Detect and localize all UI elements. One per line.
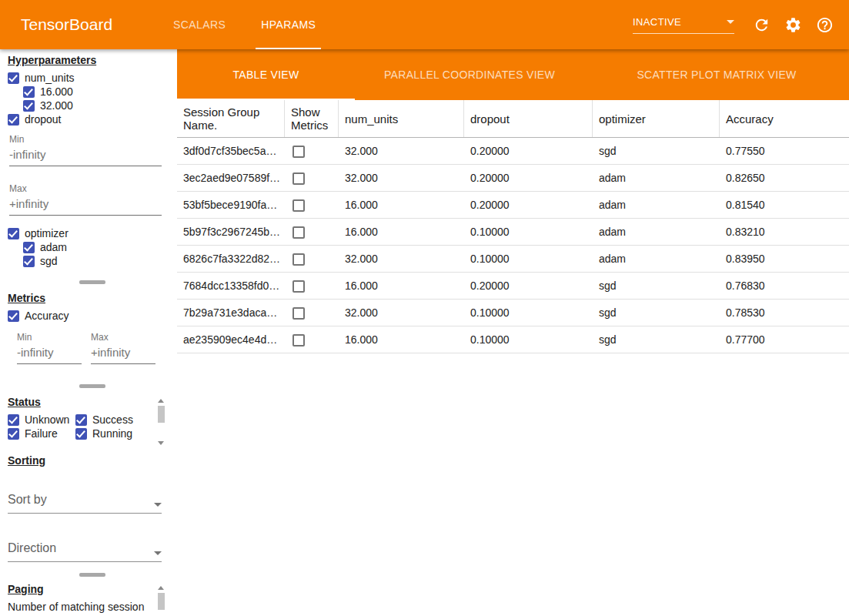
paging-scrollbar[interactable] — [157, 586, 165, 616]
paging-section: Paging Number of matching session groups… — [8, 583, 177, 616]
accuracy-max-field: Max — [91, 332, 155, 364]
adam-label: adam — [40, 241, 67, 253]
show-metrics-checkbox[interactable] — [292, 199, 305, 212]
accuracy-min-label: Min — [17, 332, 82, 343]
reload-status-select[interactable]: INACTIVE — [633, 16, 734, 34]
app-title: TensorBoard — [21, 15, 112, 34]
value-16-checkbox[interactable] — [23, 86, 35, 98]
metrics-section: Metrics Accuracy Min Max — [8, 292, 177, 364]
status-row-success[interactable]: Success — [75, 413, 152, 427]
table-row: 3ec2aed9e07589f…32.0000.20000adam0.82650 — [177, 165, 849, 192]
accuracy-cell: 0.77550 — [720, 145, 849, 157]
direction-select[interactable]: Direction — [8, 541, 162, 562]
tab-parallel-coordinates-view[interactable]: PARALLEL COORDINATES VIEW — [355, 49, 584, 100]
hyperparameters-section: Hyperparameters num_units 16.000 32.000 … — [8, 54, 177, 268]
session-group-name-cell: 53bf5bece9190fa… — [177, 199, 285, 211]
show-metrics-checkbox[interactable] — [292, 146, 305, 158]
dropout-cell: 0.10000 — [464, 333, 593, 346]
help-icon[interactable] — [815, 15, 834, 34]
dropout-min-label: Min — [9, 134, 162, 145]
section-resize-handle[interactable] — [8, 573, 177, 577]
scrollbar-thumb[interactable] — [158, 406, 165, 423]
accuracy-cell: 0.77700 — [720, 333, 849, 346]
section-resize-handle[interactable] — [8, 280, 177, 284]
show-metrics-checkbox[interactable] — [292, 334, 305, 346]
show-metrics-cell — [285, 252, 339, 265]
num-units-cell: 32.000 — [339, 172, 464, 184]
scrollbar-thumb[interactable] — [158, 593, 165, 610]
tab-scatter-plot-matrix-view[interactable]: SCATTER PLOT MATRIX VIEW — [584, 49, 849, 100]
hparam-value-row-16[interactable]: 16.000 — [23, 85, 177, 99]
tab-table-view[interactable]: TABLE VIEW — [177, 49, 355, 100]
dropout-max-input[interactable] — [9, 196, 162, 216]
show-metrics-checkbox[interactable] — [292, 307, 305, 320]
refresh-icon[interactable] — [752, 15, 770, 34]
optimizer-group: optimizer adam sgd — [8, 226, 177, 268]
accuracy-label: Accuracy — [25, 310, 69, 322]
table-body: 3df0d7cf35bec5a…32.0000.20000sgd0.775503… — [177, 138, 849, 353]
tab-hparams[interactable]: HPARAMS — [243, 0, 333, 49]
hparam-value-row-32[interactable]: 32.000 — [23, 99, 177, 112]
hparam-row-num-units[interactable]: num_units — [8, 71, 177, 85]
session-group-name-cell: 3df0d7cf35bec5a… — [177, 145, 285, 157]
hyperparameters-heading: Hyperparameters — [8, 54, 177, 66]
gear-icon[interactable] — [784, 15, 802, 34]
dropout-cell: 0.20000 — [464, 172, 593, 184]
accuracy-cell: 0.82650 — [720, 172, 849, 184]
session-group-name-cell: 7684dcc13358fd0… — [177, 280, 285, 292]
chevron-down-icon — [154, 551, 162, 555]
adam-checkbox[interactable] — [23, 242, 35, 253]
sidebar: Hyperparameters num_units 16.000 32.000 … — [0, 49, 177, 616]
optimizer-cell: adam — [593, 172, 720, 184]
matching-groups-text: Number of matching session groups: 8 — [8, 601, 148, 616]
hparam-row-optimizer[interactable]: optimizer — [8, 226, 177, 240]
failure-label: Failure — [25, 427, 58, 440]
section-resize-handle[interactable] — [8, 384, 177, 388]
col-dropout: dropout — [464, 100, 593, 137]
sort-by-select[interactable]: Sort by — [8, 493, 162, 514]
num-units-checkbox[interactable] — [8, 72, 19, 84]
num-units-cell: 32.000 — [339, 145, 464, 157]
show-metrics-checkbox[interactable] — [292, 253, 305, 266]
status-scrollbar[interactable] — [157, 399, 165, 445]
optimizer-cell: sgd — [593, 333, 720, 346]
scroll-up-icon[interactable] — [158, 399, 164, 403]
show-metrics-checkbox[interactable] — [292, 172, 305, 185]
success-checkbox[interactable] — [75, 414, 87, 426]
accuracy-max-input[interactable] — [91, 344, 155, 364]
col-num-units: num_units — [339, 100, 464, 137]
hparam-value-row-sgd[interactable]: sgd — [23, 254, 177, 268]
scroll-up-icon[interactable] — [158, 586, 164, 590]
hparam-row-dropout[interactable]: dropout — [8, 112, 177, 126]
unknown-checkbox[interactable] — [8, 414, 19, 426]
tab-scalars[interactable]: SCALARS — [155, 0, 243, 49]
topbar-actions: INACTIVE — [633, 15, 834, 34]
dropout-checkbox[interactable] — [8, 114, 19, 126]
status-row-running[interactable]: Running — [75, 427, 152, 440]
status-section: Status Unknown Success Failure Running — [8, 396, 177, 440]
metric-row-accuracy[interactable]: Accuracy — [8, 309, 177, 323]
accuracy-checkbox[interactable] — [8, 310, 19, 322]
unknown-label: Unknown — [25, 413, 69, 426]
table-row: ae235909ec4e4d…16.0000.10000sgd0.77700 — [177, 326, 849, 353]
scroll-down-icon[interactable] — [158, 441, 164, 445]
value-32-checkbox[interactable] — [23, 100, 35, 112]
optimizer-checkbox[interactable] — [8, 228, 19, 239]
show-metrics-checkbox[interactable] — [292, 226, 305, 239]
num-units-cell: 16.000 — [339, 333, 464, 346]
dropout-cell: 0.20000 — [464, 199, 593, 211]
paging-heading: Paging — [8, 583, 177, 595]
accuracy-min-input[interactable] — [17, 344, 82, 364]
topbar: TensorBoard SCALARS HPARAMS INACTIVE — [0, 0, 849, 49]
status-row-failure[interactable]: Failure — [8, 427, 75, 440]
show-metrics-cell — [285, 279, 339, 292]
running-checkbox[interactable] — [75, 428, 87, 440]
optimizer-cell: sgd — [593, 306, 720, 319]
hparam-value-row-adam[interactable]: adam — [23, 240, 177, 254]
failure-checkbox[interactable] — [8, 428, 19, 440]
status-row-unknown[interactable]: Unknown — [8, 413, 75, 427]
sgd-checkbox[interactable] — [23, 256, 35, 267]
dropout-min-input[interactable] — [9, 146, 162, 166]
accuracy-min-field: Min — [17, 332, 82, 364]
show-metrics-checkbox[interactable] — [292, 280, 305, 293]
